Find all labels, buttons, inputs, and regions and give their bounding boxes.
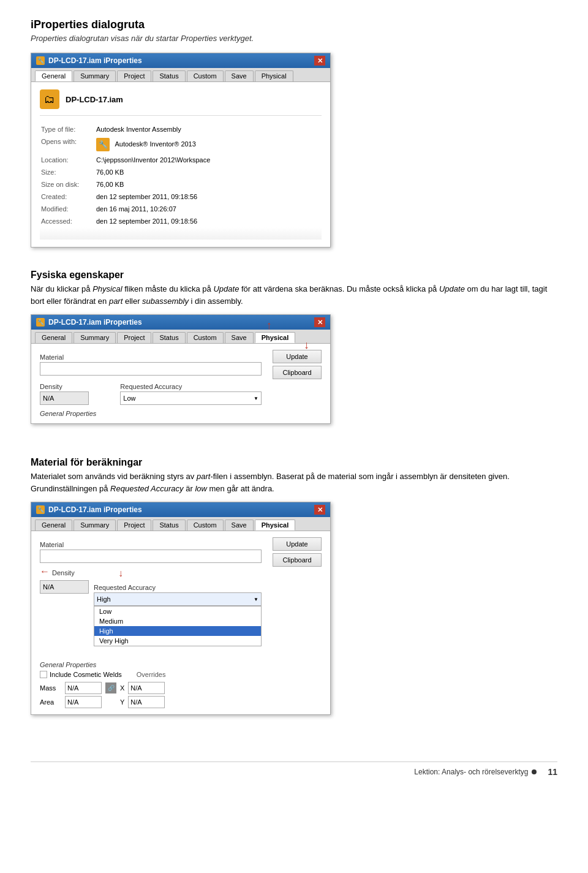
- cosmetic-checkbox[interactable]: [40, 671, 47, 678]
- density-value-2: N/A: [40, 391, 89, 405]
- page-title: iProperties dialogruta: [31, 18, 557, 31]
- value-created: den 12 september 2011, 09:18:56: [95, 191, 322, 203]
- density-inputs-2: N/A: [40, 391, 110, 405]
- tab-summary-1[interactable]: Summary: [74, 70, 116, 81]
- tab-save-1[interactable]: Save: [225, 70, 254, 81]
- tab-project-3[interactable]: Project: [117, 520, 151, 531]
- props-table-1: Type of file: Autodesk Inventor Assembly…: [40, 123, 322, 227]
- tab-custom-2[interactable]: Custom: [187, 332, 224, 343]
- accuracy-dropdown-3[interactable]: High ▼: [94, 592, 262, 606]
- title-bar-1: 🔧 DP-LCD-17.iam iProperties ✕: [31, 53, 330, 68]
- close-button-2[interactable]: ✕: [314, 317, 325, 327]
- checkbox-row-3: Include Cosmetic Welds Overrides: [40, 671, 262, 678]
- update-italic-2: Update: [439, 284, 465, 293]
- mass-x-input-3[interactable]: N/A: [128, 682, 165, 694]
- physical-panel-3: Material ← Density N/A: [31, 531, 330, 714]
- area-input-3[interactable]: N/A: [65, 696, 102, 708]
- tab-project-2[interactable]: Project: [117, 332, 151, 343]
- tab-status-3[interactable]: Status: [153, 520, 185, 531]
- dropdown-item-high[interactable]: High: [94, 626, 261, 636]
- opens-with-icon: 🔧: [96, 138, 110, 151]
- tab-general-2[interactable]: General: [35, 332, 72, 343]
- mass-input-3[interactable]: N/A: [65, 682, 102, 694]
- tab-save-3[interactable]: Save: [225, 520, 254, 531]
- update-italic-1: Update: [213, 284, 239, 293]
- label-modified: Modified:: [40, 203, 95, 215]
- value-size: 76,00 KB: [95, 166, 322, 178]
- accuracy-dropdown-2[interactable]: Low ▼: [120, 391, 262, 405]
- value-sizeondisk: 76,00 KB: [95, 178, 322, 191]
- section2-heading: Material för beräkningar: [31, 457, 557, 468]
- table-row: Modified: den 16 maj 2011, 10:26:07: [40, 203, 322, 215]
- update-button-2[interactable]: Update: [273, 350, 322, 363]
- physical-content-2: Material Density N/A Requested Accuracy: [40, 350, 322, 417]
- sub-italic: subassembly: [142, 297, 189, 306]
- value-opens: 🔧 Autodesk® Inventor® 2013: [95, 135, 322, 154]
- page-number: 11: [548, 767, 557, 777]
- label-accessed: Accessed:: [40, 215, 95, 227]
- link-icon: 🔗: [105, 682, 116, 693]
- title-bar-2: 🔧 DP-LCD-17.iam iProperties ✕: [31, 315, 330, 330]
- clipboard-button-3[interactable]: Clipboard: [273, 553, 322, 567]
- material-label-3: Material: [40, 541, 262, 548]
- mass-label-3: Mass: [40, 684, 61, 692]
- material-input-3[interactable]: [40, 550, 262, 563]
- tab-save-2[interactable]: Save: [225, 332, 254, 343]
- section1-heading: Fysiska egenskaper: [31, 270, 557, 281]
- tab-custom-3[interactable]: Custom: [187, 520, 224, 531]
- label-size: Size:: [40, 166, 95, 178]
- density-label-2: Density: [40, 383, 110, 390]
- dropdown-open-3: Low Medium High Very High: [94, 606, 262, 646]
- general-props-label-2: General Properties: [40, 410, 262, 417]
- dialog-title-1: DP-LCD-17.iam iProperties: [48, 56, 142, 65]
- density-row-3: ← Density: [40, 565, 262, 578]
- tab-bar-2: General Summary Project Status Custom Sa…: [31, 330, 330, 344]
- tab-physical-3[interactable]: Physical: [255, 520, 296, 531]
- tab-general-3[interactable]: General: [35, 520, 72, 531]
- tab-custom-1[interactable]: Custom: [187, 70, 224, 81]
- overrides-label: Overrides: [137, 671, 166, 678]
- mass-row-3: Mass N/A 🔗 X N/A: [40, 682, 262, 694]
- table-row: Location: C:\jeppsson\Inventor 2012\Work…: [40, 154, 322, 166]
- tab-general-1[interactable]: General: [35, 70, 72, 81]
- density-value-3: N/A: [40, 580, 89, 594]
- value-type: Autodesk Inventor Assembly: [95, 123, 322, 135]
- general-props-label-3: General Properties: [40, 661, 262, 668]
- label-opens: Opens with:: [40, 135, 95, 154]
- tab-bar-3: General Summary Project Status Custom Sa…: [31, 517, 330, 531]
- title-bar-left-3: 🔧 DP-LCD-17.iam iProperties: [36, 505, 142, 514]
- tab-summary-3[interactable]: Summary: [74, 520, 116, 531]
- section2-text: Materialet som används vid beräkning sty…: [31, 471, 557, 494]
- section1-text: När du klickar på Physical fliken måste …: [31, 283, 557, 307]
- dialog-screenshot-3: 🔧 DP-LCD-17.iam iProperties ✕ General Su…: [31, 502, 331, 715]
- dropdown-item-veryhigh[interactable]: Very High: [94, 636, 261, 646]
- tab-physical-1[interactable]: Physical: [255, 70, 293, 81]
- tab-status-2[interactable]: Status: [153, 332, 185, 343]
- material-input-2[interactable]: [40, 362, 262, 376]
- dropdown-arrow-3: ▼: [254, 597, 258, 602]
- tab-status-1[interactable]: Status: [153, 70, 185, 81]
- accuracy-value-2: Low: [123, 395, 135, 402]
- material-label-2: Material: [40, 353, 262, 361]
- dialog-icon-1: 🔧: [36, 56, 45, 65]
- tab-project-1[interactable]: Project: [117, 70, 151, 81]
- density-accuracy-row-3: N/A Requested Accuracy ↓ High ▼: [40, 580, 262, 606]
- tab-physical-2[interactable]: Physical ↑: [255, 332, 296, 343]
- y-label-3: Y: [120, 698, 124, 706]
- table-row: Created: den 12 september 2011, 09:18:56: [40, 191, 322, 203]
- close-button-1[interactable]: ✕: [314, 56, 325, 66]
- label-created: Created:: [40, 191, 95, 203]
- clipboard-button-2[interactable]: Clipboard: [273, 366, 322, 379]
- table-row: Opens with: 🔧 Autodesk® Inventor® 2013: [40, 135, 322, 154]
- accuracy-group-2: Requested Accuracy Low ▼: [120, 379, 262, 405]
- down-arrow-annotation: ↓: [304, 339, 309, 352]
- subtitle-suffix: verktyget.: [217, 34, 254, 43]
- label-sizeondisk: Size on disk:: [40, 178, 95, 191]
- dropdown-item-medium[interactable]: Medium: [94, 616, 261, 626]
- update-button-3[interactable]: Update: [273, 537, 322, 551]
- area-y-input-3[interactable]: N/A: [128, 696, 165, 708]
- close-button-3[interactable]: ✕: [314, 505, 325, 515]
- page-subtitle: Properties dialogrutan visas när du star…: [31, 34, 557, 43]
- tab-summary-2[interactable]: Summary: [74, 332, 116, 343]
- dropdown-item-low[interactable]: Low: [94, 607, 261, 616]
